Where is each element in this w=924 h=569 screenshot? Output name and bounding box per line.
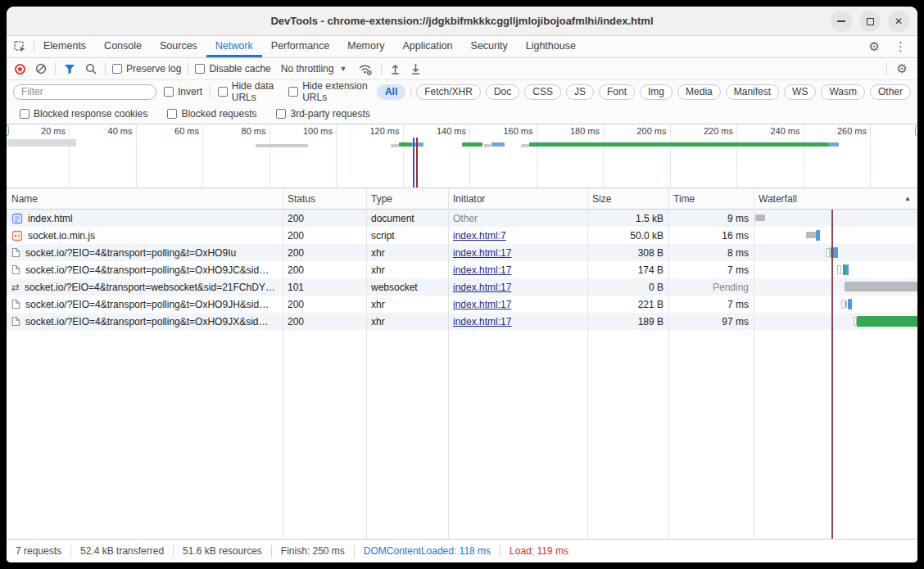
time-cell: 8 ms bbox=[668, 244, 754, 261]
filter-chip-css[interactable]: CSS bbox=[524, 84, 561, 100]
waterfall-segment bbox=[857, 316, 917, 327]
overview-handle-left[interactable] bbox=[7, 125, 9, 136]
record-network-log-icon[interactable] bbox=[13, 64, 27, 75]
table-row[interactable]: socket.io/?EIO=4&transport=polling&t=OxH… bbox=[7, 296, 917, 313]
size-cell: 50.0 kB bbox=[587, 227, 668, 244]
preserve-log-checkbox[interactable]: Preserve log bbox=[112, 63, 181, 75]
filter-chip-ws[interactable]: WS bbox=[784, 84, 816, 100]
tab-lighthouse[interactable]: Lighthouse bbox=[517, 36, 585, 57]
initiator-link[interactable]: index.html:7 bbox=[453, 230, 506, 242]
overview-bar bbox=[391, 144, 399, 147]
filter-chip-fetch-xhr[interactable]: Fetch/XHR bbox=[416, 84, 481, 100]
close-icon: ✕ bbox=[895, 16, 903, 27]
column-header-status[interactable]: Status bbox=[283, 188, 366, 209]
column-header-type[interactable]: Type bbox=[366, 188, 448, 209]
throttling-select[interactable]: No throttling ▼ bbox=[278, 63, 351, 75]
blocked-requests-checkbox[interactable]: Blocked requests bbox=[167, 108, 256, 120]
column-header-time[interactable]: Time bbox=[668, 188, 754, 209]
divider bbox=[105, 62, 106, 75]
waterfall-segment bbox=[845, 264, 849, 275]
hide-extension-urls-checkbox[interactable]: Hide extension URLs bbox=[288, 80, 369, 103]
initiator-link[interactable]: index.html:17 bbox=[453, 264, 511, 276]
inspect-element-icon[interactable] bbox=[7, 36, 34, 57]
tab-application[interactable]: Application bbox=[393, 36, 461, 57]
filter-chip-doc[interactable]: Doc bbox=[486, 84, 519, 100]
initiator-link[interactable]: index.html:17 bbox=[453, 299, 511, 310]
table-row[interactable]: socket.io/?EIO=4&transport=polling&t=OxH… bbox=[7, 244, 917, 261]
network-settings-gear-icon[interactable]: ⚙ bbox=[894, 61, 911, 76]
filter-chip-all[interactable]: All bbox=[377, 84, 405, 100]
filter-chip-media[interactable]: Media bbox=[677, 84, 721, 100]
waterfall-segment bbox=[837, 265, 841, 274]
table-header-row: NameStatusTypeInitiatorSizeTimeWaterfall… bbox=[7, 188, 917, 210]
size-cell: 0 B bbox=[587, 278, 668, 296]
table-row[interactable]: socket.io/?EIO=4&transport=polling&t=OxH… bbox=[7, 261, 917, 278]
more-options-icon[interactable]: ⋮ bbox=[887, 39, 914, 54]
tab-network[interactable]: Network bbox=[206, 36, 262, 57]
export-har-icon[interactable] bbox=[409, 63, 423, 75]
third-party-requests-checkbox[interactable]: 3rd-party requests bbox=[276, 108, 369, 120]
third-party-requests-label: 3rd-party requests bbox=[290, 108, 369, 120]
window-frame: DevTools - chrome-extension://jdgkbifmkk… bbox=[0, 0, 924, 569]
filter-chip-js[interactable]: JS bbox=[566, 84, 594, 100]
filter-chip-manifest[interactable]: Manifest bbox=[726, 84, 779, 100]
network-overview-timeline[interactable]: 20 ms40 ms60 ms80 ms100 ms120 ms140 ms16… bbox=[7, 124, 917, 188]
tab-console[interactable]: Console bbox=[95, 36, 151, 57]
table-row[interactable]: socket.io.min.js200scriptindex.html:750.… bbox=[7, 227, 917, 244]
maximize-button[interactable] bbox=[859, 11, 881, 32]
request-name: socket.io/?EIO=4&transport=websocket&sid… bbox=[25, 282, 275, 293]
minimize-button[interactable] bbox=[831, 11, 852, 32]
overview-bar bbox=[484, 144, 491, 147]
blocked-response-cookies-checkbox[interactable]: Blocked response cookies bbox=[20, 108, 147, 120]
overview-handle-right[interactable] bbox=[915, 125, 917, 136]
invert-checkbox[interactable]: Invert bbox=[164, 86, 202, 97]
initiator-link[interactable]: index.html:17 bbox=[453, 316, 511, 327]
filter-chip-img[interactable]: Img bbox=[640, 84, 673, 100]
column-header-name[interactable]: Name bbox=[7, 188, 283, 209]
column-header-label: Initiator bbox=[453, 193, 485, 205]
disable-cache-checkbox[interactable]: Disable cache bbox=[195, 63, 270, 75]
tab-elements[interactable]: Elements bbox=[34, 36, 95, 57]
waterfall-segment bbox=[816, 230, 820, 241]
hide-data-urls-checkbox[interactable]: Hide data URLs bbox=[218, 80, 281, 103]
column-header-size[interactable]: Size bbox=[587, 188, 668, 209]
waterfall-segment bbox=[845, 300, 847, 308]
settings-gear-icon[interactable]: ⚙ bbox=[862, 39, 887, 54]
filter-chip-other[interactable]: Other bbox=[870, 84, 911, 100]
type-cell: xhr bbox=[366, 313, 448, 330]
tab-performance[interactable]: Performance bbox=[262, 36, 339, 57]
table-row[interactable]: index.html200documentOther1.5 kB9 ms bbox=[7, 210, 917, 227]
search-icon[interactable] bbox=[84, 63, 98, 75]
tab-security[interactable]: Security bbox=[462, 36, 517, 57]
initiator-cell: index.html:7 bbox=[448, 227, 587, 244]
initiator-link[interactable]: index.html:17 bbox=[453, 282, 511, 293]
tab-sources[interactable]: Sources bbox=[151, 36, 206, 57]
column-header-waterfall[interactable]: Waterfall▲ bbox=[754, 188, 917, 209]
table-row[interactable]: socket.io/?EIO=4&transport=polling&t=OxH… bbox=[7, 313, 917, 330]
network-conditions-icon[interactable] bbox=[356, 63, 374, 75]
initiator-link[interactable]: index.html:17 bbox=[453, 247, 511, 259]
name-cell: socket.io/?EIO=4&transport=polling&t=OxH… bbox=[7, 296, 283, 313]
column-header-initiator[interactable]: Initiator bbox=[448, 188, 587, 209]
filter-chip-wasm[interactable]: Wasm bbox=[821, 84, 865, 100]
import-har-icon[interactable] bbox=[388, 63, 402, 75]
close-button[interactable]: ✕ bbox=[888, 11, 909, 32]
filter-funnel-icon[interactable] bbox=[62, 64, 77, 75]
table-row[interactable]: ⇄socket.io/?EIO=4&transport=websocket&si… bbox=[7, 278, 917, 296]
maximize-icon bbox=[867, 18, 874, 25]
websocket-icon: ⇄ bbox=[11, 282, 20, 292]
filter-chip-font[interactable]: Font bbox=[599, 84, 635, 100]
filter-input[interactable] bbox=[13, 84, 156, 100]
resource-type-chips: AllFetch/XHRDocCSSJSFontImgMediaManifest… bbox=[377, 81, 911, 102]
network-options-bar: Blocked response cookies Blocked request… bbox=[7, 103, 917, 124]
column-header-label: Size bbox=[592, 193, 611, 205]
clear-network-log-icon[interactable] bbox=[34, 63, 48, 75]
tab-memory[interactable]: Memory bbox=[338, 36, 393, 57]
devtools-window: DevTools - chrome-extension://jdgkbifmkk… bbox=[7, 7, 917, 562]
status-cell: 200 bbox=[283, 313, 366, 330]
script-icon bbox=[11, 230, 23, 242]
request-name: index.html bbox=[28, 213, 73, 224]
timeline-tick: 20 ms bbox=[7, 124, 70, 188]
throttling-value: No throttling bbox=[281, 63, 334, 75]
timeline-tick: 120 ms bbox=[337, 124, 404, 188]
